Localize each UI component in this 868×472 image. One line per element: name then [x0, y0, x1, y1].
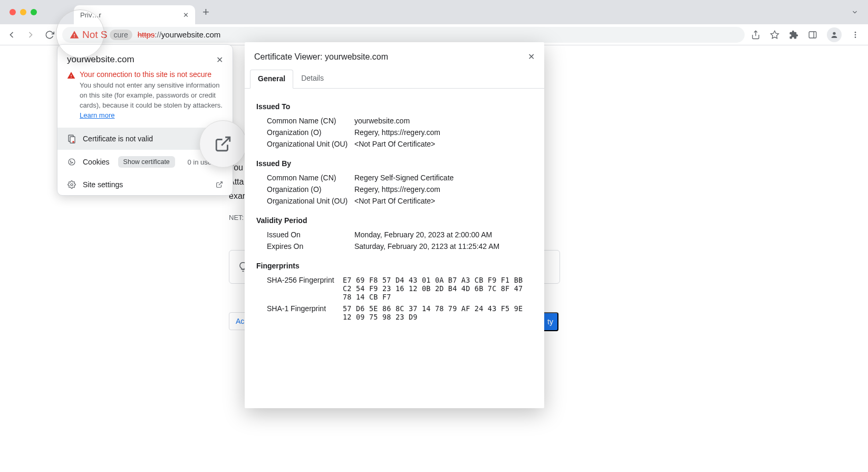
- gear-icon: [67, 180, 76, 189]
- minimize-window-button[interactable]: [20, 9, 26, 15]
- external-link-icon: [216, 181, 223, 188]
- close-tab-button[interactable]: ✕: [183, 11, 189, 19]
- reload-button[interactable]: [43, 28, 56, 41]
- back-button[interactable]: [5, 28, 18, 41]
- bookmark-icon[interactable]: [770, 30, 779, 40]
- maximize-window-button[interactable]: [31, 9, 37, 15]
- issued-to-ou: <Not Part Of Certificate>: [354, 140, 533, 148]
- external-link-icon: [214, 135, 232, 153]
- validity-issued-on: Monday, February 20, 2023 at 2:00:00 AM: [354, 230, 533, 239]
- not-secure-label: Not S: [82, 29, 108, 41]
- site-info-popup: yourwebsite.com ✕ Your connection to thi…: [57, 44, 233, 196]
- svg-rect-2: [809, 32, 816, 38]
- svg-point-15: [71, 163, 71, 163]
- svg-point-14: [72, 162, 73, 163]
- window-controls: [9, 9, 37, 15]
- show-certificate-tooltip: Show certificate: [118, 156, 175, 168]
- not-secure-chip[interactable]: Not Scure: [70, 29, 132, 41]
- tab-details[interactable]: Details: [293, 69, 332, 88]
- issued-to-o: Regery, https://regery.com: [354, 128, 533, 137]
- warning-icon: [70, 30, 79, 40]
- close-popup-button[interactable]: ✕: [216, 55, 223, 65]
- issued-to-cn: yourwebsite.com: [354, 117, 533, 125]
- menu-icon[interactable]: [851, 31, 860, 39]
- svg-point-17: [71, 184, 73, 186]
- svg-point-6: [855, 34, 856, 35]
- toolbar-right: [751, 27, 860, 42]
- validity-expires-on: Saturday, February 20, 2123 at 11:25:42 …: [354, 242, 533, 251]
- label-expires-on: Expires On: [267, 242, 354, 251]
- svg-line-18: [219, 182, 222, 185]
- svg-line-19: [221, 137, 230, 146]
- external-link-highlight: [199, 120, 247, 168]
- tab-strip: Priv…r ✕ +: [0, 0, 868, 24]
- cookie-icon: [67, 158, 76, 166]
- certificate-row-label: Certificate is not valid: [83, 134, 153, 143]
- tabs-overflow-button[interactable]: [851, 8, 859, 16]
- site-settings-row[interactable]: Site settings: [57, 174, 233, 195]
- svg-point-7: [855, 36, 856, 38]
- issued-by-o: Regery, https://regery.com: [354, 185, 533, 194]
- svg-point-4: [833, 32, 835, 34]
- new-tab-button[interactable]: +: [202, 5, 209, 19]
- cookies-row-label: Cookies: [83, 158, 110, 166]
- label-cn: Common Name (CN): [267, 117, 354, 125]
- url-display: https://yourwebsite.com: [138, 30, 221, 39]
- extensions-icon[interactable]: [789, 30, 798, 40]
- section-issued-by: Issued By: [256, 159, 533, 168]
- fingerprint-sha1: 57 D6 5E 86 8C 37 14 78 79 AF 24 43 F5 9…: [343, 304, 533, 321]
- label-issued-on: Issued On: [267, 230, 354, 239]
- label-sha1: SHA-1 Fingerprint: [267, 304, 343, 321]
- browser-tab[interactable]: Priv…r ✕: [74, 5, 195, 24]
- svg-point-13: [70, 161, 71, 161]
- back-safety-button-fragment[interactable]: ty: [542, 312, 558, 331]
- section-validity: Validity Period: [256, 216, 533, 225]
- svg-marker-1: [771, 31, 779, 38]
- site-info-title: yourwebsite.com: [67, 54, 134, 65]
- close-window-button[interactable]: [9, 9, 16, 15]
- fingerprint-sha256: E7 69 F8 57 D4 43 01 0A B7 A3 CB F9 F1 B…: [343, 276, 533, 301]
- svg-rect-10: [73, 141, 74, 143]
- warning-icon: [67, 71, 75, 80]
- label-cn: Common Name (CN): [267, 174, 354, 182]
- forward-button[interactable]: [24, 28, 37, 41]
- issued-by-cn: Regery Self-Signed Certificate: [354, 174, 533, 182]
- tab-title: Priv…r: [80, 11, 101, 19]
- certificate-viewer: Certificate Viewer: yourwebsite.com ✕ Ge…: [245, 42, 544, 408]
- svg-point-12: [69, 159, 75, 165]
- label-ou: Organizational Unit (OU): [267, 197, 354, 205]
- secure-suffix: cure: [110, 30, 132, 40]
- label-sha256: SHA-256 Fingerprint: [267, 276, 343, 301]
- warning-body: You should not enter any sensitive infor…: [80, 81, 223, 120]
- cert-viewer-title: Certificate Viewer: yourwebsite.com: [254, 52, 388, 62]
- address-bar[interactable]: Not Scure https://yourwebsite.com: [62, 27, 745, 43]
- cert-tabs: General Details: [245, 69, 544, 89]
- certificate-icon: [67, 134, 76, 143]
- section-issued-to: Issued To: [256, 102, 533, 111]
- site-settings-label: Site settings: [83, 180, 123, 189]
- learn-more-link[interactable]: Learn more: [80, 111, 114, 119]
- label-ou: Organizational Unit (OU): [267, 140, 354, 148]
- share-icon[interactable]: [751, 30, 760, 40]
- profile-button[interactable]: [827, 27, 842, 42]
- svg-point-5: [855, 32, 856, 33]
- cert-body: Issued To Common Name (CN)yourwebsite.co…: [245, 89, 544, 332]
- label-o: Organization (O): [267, 128, 354, 137]
- section-fingerprints: Fingerprints: [256, 262, 533, 270]
- tab-general[interactable]: General: [250, 70, 293, 89]
- issued-by-ou: <Not Part Of Certificate>: [354, 197, 533, 205]
- warning-title: Your connection to this site is not secu…: [80, 70, 223, 79]
- label-o: Organization (O): [267, 185, 354, 194]
- close-cert-button[interactable]: ✕: [528, 52, 535, 62]
- sidepanel-icon[interactable]: [808, 30, 817, 40]
- security-warning: Your connection to this site is not secu…: [57, 70, 233, 128]
